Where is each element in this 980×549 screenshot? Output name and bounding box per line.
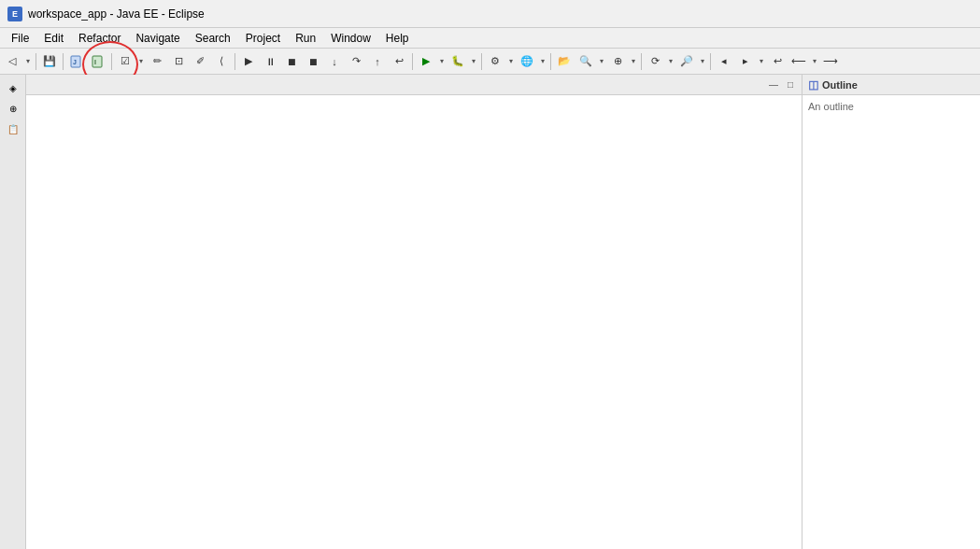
toolbar-next-annotation-btn[interactable]: 🔎 [676,51,697,72]
toolbar-task-btn[interactable]: ☑ [115,51,135,72]
toolbar-prev-annotation-btn[interactable]: ⟳ [645,51,665,72]
toolbar-debug-btn[interactable]: 🐛 [447,51,468,72]
toolbar-disconnect-btn[interactable]: ⏹ [303,51,323,72]
toolbar-next-annotation-dropdown[interactable]: ▾ [698,51,707,72]
toolbar-forward-nav-btn[interactable]: ⟶ [820,51,841,72]
menu-window[interactable]: Window [323,30,378,47]
toolbar-drop-to-frame-btn[interactable]: ↩ [389,51,409,72]
minimize-editor-btn[interactable]: — [766,77,781,92]
outline-content: An outline [802,95,980,549]
toolbar-sep-2 [63,53,64,70]
outline-panel: ◫ Outline An outline [802,75,980,549]
app-icon-label: E [12,9,18,19]
editor-area: — □ [26,75,802,549]
menu-file[interactable]: File [4,30,36,47]
menu-navigate[interactable]: Navigate [128,30,187,47]
outline-placeholder-text: An outline [808,101,854,112]
toolbar-prev-edit-btn[interactable]: ◂ [714,51,734,72]
main-area: ◈ ⊕ 📋 — □ ◫ Outline An outline [0,75,980,549]
toolbar-ext-tools-dropdown[interactable]: ▾ [506,51,516,72]
menu-edit[interactable]: Edit [36,30,71,47]
toolbar-debug-dropdown[interactable]: ▾ [469,51,478,72]
svg-text:J: J [73,59,77,65]
toolbar-new-interface-btn[interactable]: I [88,51,108,72]
toolbar-prev-annotation-dropdown[interactable]: ▾ [666,51,675,72]
toolbar-task-dropdown[interactable]: ▾ [136,51,146,72]
toolbar-back-nav-dropdown[interactable]: ▾ [810,51,819,72]
toolbar-sep-9 [710,53,711,70]
svg-text:I: I [94,59,96,65]
title-bar: E workspace_app - Java EE - Eclipse [0,0,980,28]
toolbar-back-nav-btn[interactable]: ⟵ [788,51,809,72]
toolbar: ◁ ▾ 💾 J I ☑ ▾ ✏ ⊡ ✐ ⟨ ▶ ⏸ ⏹ ⏹ ↓ ↷ ↑ ↩ ▶ … [0,49,980,75]
outline-header: ◫ Outline [802,75,980,95]
toolbar-search-dropdown[interactable]: ▾ [597,51,606,72]
toolbar-search-btn[interactable]: 🔍 [575,51,596,72]
menu-bar: File Edit Refactor Navigate Search Proje… [0,28,980,49]
toolbar-server-btn[interactable]: 🌐 [517,51,537,72]
toolbar-sep-5 [412,53,413,70]
outline-icon: ◫ [808,78,818,92]
menu-refactor[interactable]: Refactor [71,30,128,47]
toolbar-back-btn[interactable]: ◁ [2,51,22,72]
editor-tabs: — □ [26,75,802,95]
toolbar-sep-4 [234,53,235,70]
toolbar-sep-3 [111,53,112,70]
left-sidebar: ◈ ⊕ 📋 [0,75,26,549]
toolbar-run-dropdown[interactable]: ▾ [437,51,447,72]
toolbar-step-into-btn[interactable]: ↓ [324,51,345,72]
toolbar-resume-btn[interactable]: ▶ [238,51,259,72]
toolbar-lt-btn[interactable]: ⟨ [211,51,232,72]
toolbar-save-btn[interactable]: 💾 [39,51,60,72]
toolbar-run-btn[interactable]: ▶ [416,51,436,72]
menu-project[interactable]: Project [238,30,288,47]
toolbar-server-dropdown[interactable]: ▾ [538,51,547,72]
sidebar-icon-2[interactable]: ⊕ [4,99,22,118]
toolbar-editor-btn[interactable]: ✏ [147,51,167,72]
sidebar-icon-1[interactable]: ◈ [4,78,22,97]
menu-help[interactable]: Help [378,30,417,47]
menu-run[interactable]: Run [288,30,323,47]
toolbar-bookmarks-btn[interactable]: ⊕ [607,51,628,72]
outline-title-label: Outline [822,79,858,91]
toolbar-back-history-btn[interactable]: ↩ [767,51,788,72]
toolbar-sep-6 [481,53,482,70]
sidebar-icon-3[interactable]: 📋 [4,120,22,138]
toolbar-step-over-btn[interactable]: ↷ [346,51,366,72]
menu-search[interactable]: Search [188,30,238,47]
toolbar-pause-btn[interactable]: ⏸ [260,51,280,72]
title-text: workspace_app - Java EE - Eclipse [28,7,205,21]
toolbar-open-btn[interactable]: 📂 [554,51,575,72]
app-icon: E [7,7,22,21]
toolbar-bookmarks-dropdown[interactable]: ▾ [629,51,638,72]
toolbar-new-java-btn[interactable]: J [66,51,87,72]
toolbar-step-return-btn[interactable]: ↑ [367,51,388,72]
toolbar-next-edit-btn[interactable]: ▸ [735,51,756,72]
toolbar-sep-8 [641,53,642,70]
toolbar-sep-1 [36,53,36,70]
toolbar-stop-btn[interactable]: ⏹ [281,51,302,72]
toolbar-ext-tools-btn[interactable]: ⚙ [485,51,505,72]
maximize-editor-btn[interactable]: □ [783,77,798,92]
toolbar-back-dropdown[interactable]: ▾ [23,51,33,72]
editor-tab-controls: — □ [766,77,798,92]
toolbar-sep-7 [550,53,551,70]
outline-title-container: ◫ Outline [808,78,858,92]
toolbar-view-btn[interactable]: ⊡ [168,51,189,72]
editor-content [26,95,802,549]
toolbar-edit-nav-dropdown[interactable]: ▾ [757,51,766,72]
toolbar-edit2-btn[interactable]: ✐ [190,51,210,72]
